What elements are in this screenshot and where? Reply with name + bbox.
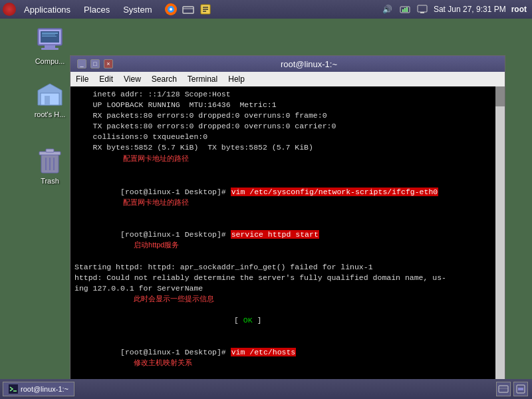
computer-label: Compu... [35, 57, 65, 65]
applications-menu[interactable]: Applications [17, 3, 77, 16]
firefox-icon[interactable] [164, 2, 178, 17]
terminal-file-menu[interactable]: File [70, 73, 94, 85]
terminal-content[interactable]: inet6 addr: ::1/128 Scope:Host UP LOOPBA… [70, 86, 505, 394]
svg-rect-6 [418, 5, 427, 12]
desktop: Compu... root's H... Trash [0, 19, 532, 379]
home-label: root's H... [35, 110, 66, 118]
running-app-terminal[interactable]: root@linux-1:~ [3, 382, 74, 396]
user-display: root [511, 5, 527, 14]
trash-label: Trash [41, 177, 59, 185]
svg-rect-17 [45, 96, 50, 105]
taskbar-top: Applications Places System 🔊 [0, 0, 532, 19]
svg-rect-10 [45, 45, 55, 48]
terminal-help-menu[interactable]: Help [223, 73, 250, 85]
prompt: [root@linux-1 Desktop]# [120, 230, 231, 239]
bottom-icon-2[interactable] [513, 382, 528, 396]
system-menu[interactable]: System [116, 3, 158, 16]
svg-rect-29 [518, 388, 523, 390]
term-line-ok1: [ OK ] [74, 315, 489, 326]
datetime-display: Sat Jun 27, 9:31 PM [434, 5, 506, 14]
speaker-icon[interactable]: 🔊 [382, 3, 394, 15]
running-app-label: root@linux-1:~ [21, 385, 68, 393]
taskbar-right: 🔊 Sat Jun 27, 9:31 PM root [382, 3, 532, 15]
svg-point-2 [170, 8, 172, 11]
term-line: ing 127.0.0.1 for ServerName 此时会显示一些提示信息 [74, 283, 489, 315]
term-line: RX packets:80 errors:0 dropped:0 overrun… [74, 110, 489, 121]
edit-icon[interactable] [198, 2, 213, 17]
home-folder-icon[interactable]: root's H... [27, 78, 73, 118]
svg-rect-20 [46, 149, 54, 152]
terminal-scrollbar[interactable] [495, 86, 505, 394]
scrollbar-thumb[interactable] [495, 86, 505, 106]
terminal-title: root@linux-1:~ [117, 59, 501, 69]
computer-icon-img [35, 25, 65, 56]
svg-rect-7 [420, 12, 424, 13]
term-line-blank [74, 326, 489, 336]
svg-rect-14 [42, 35, 55, 35]
svg-rect-11 [41, 48, 59, 50]
svg-rect-13 [42, 33, 58, 34]
terminal-menubar: File Edit View Search Terminal Help [70, 72, 505, 86]
computer-icon[interactable]: Compu... [27, 25, 73, 65]
close-button[interactable]: × [104, 59, 113, 68]
term-line: collisions:0 txqueuelen:0 [74, 132, 489, 142]
svg-rect-26 [499, 386, 508, 392]
term-line: inet6 addr: ::1/128 Scope:Host [74, 89, 489, 100]
term-line: httpd: Could not reliably determine the … [74, 273, 489, 283]
places-menu[interactable]: Places [77, 3, 116, 16]
annotation-modify-hosts: 修改主机映射关系 [134, 358, 192, 366]
network-icon[interactable] [181, 2, 196, 17]
terminal-window: _ □ × root@linux-1:~ File Edit View Sear… [70, 55, 505, 394]
annotation-show-info: 此时会显示一些提示信息 [134, 295, 214, 303]
ok-text: OK [243, 316, 253, 325]
cmd-highlight: vim /etc/sysconfig/network-scripts/ifcfg… [231, 188, 439, 196]
terminal-search-menu[interactable]: Search [146, 73, 182, 85]
term-line-service-start: [root@linux-1 Desktop]# service httpd st… [74, 219, 489, 261]
term-line: UP LOOPBACK RUNNING MTU:16436 Metric:1 [74, 100, 489, 110]
prompt: [root@linux-1 Desktop]# [120, 348, 231, 356]
network-monitor-icon[interactable] [399, 3, 411, 15]
trash-icon-img [35, 145, 65, 176]
display-icon[interactable] [416, 3, 428, 15]
minimize-button[interactable]: _ [77, 59, 86, 68]
taskbar-bottom-right [496, 382, 532, 396]
terminal-terminal-menu[interactable]: Terminal [182, 73, 223, 85]
annotation-config-path: 配置网卡地址的路径 [123, 198, 189, 206]
terminal-view-menu[interactable]: View [118, 73, 146, 85]
maximize-button[interactable]: □ [90, 59, 100, 68]
scrollbar-track [495, 86, 505, 394]
cmd-highlight: service httpd start [231, 230, 319, 239]
bottom-icon-1[interactable] [496, 382, 511, 396]
taskbar-bottom: root@linux-1:~ [0, 379, 532, 399]
term-line: Starting httpd: httpd: apr_sockaddr_info… [74, 262, 489, 273]
term-line-vim-hosts: [root@linux-1 Desktop]# vim /etc/hosts 修… [74, 336, 489, 379]
trash-icon[interactable]: Trash [27, 145, 73, 185]
annotation-start-httpd: 启动httpd服务 [134, 241, 179, 249]
cmd-highlight-hosts: vim /etc/hosts [231, 348, 297, 356]
terminal-edit-menu[interactable]: Edit [94, 73, 118, 85]
running-app-icon [9, 384, 18, 394]
terminal-titlebar: _ □ × root@linux-1:~ [70, 56, 505, 72]
annotation-network-path: 配置网卡地址的路径 [123, 154, 189, 162]
term-line: TX packets:80 errors:0 dropped:0 overrun… [74, 121, 489, 132]
svg-rect-3 [183, 7, 194, 13]
home-folder-icon-img [35, 78, 65, 109]
term-line: RX bytes:5852 (5.7 KiB) TX bytes:5852 (5… [74, 142, 489, 174]
fedora-icon [3, 3, 16, 16]
svg-rect-15 [42, 36, 57, 37]
prompt: [root@linux-1 Desktop]# [120, 188, 231, 196]
term-line-vim-eth0: [root@linux-1 Desktop]# vim /etc/sysconf… [74, 176, 489, 219]
